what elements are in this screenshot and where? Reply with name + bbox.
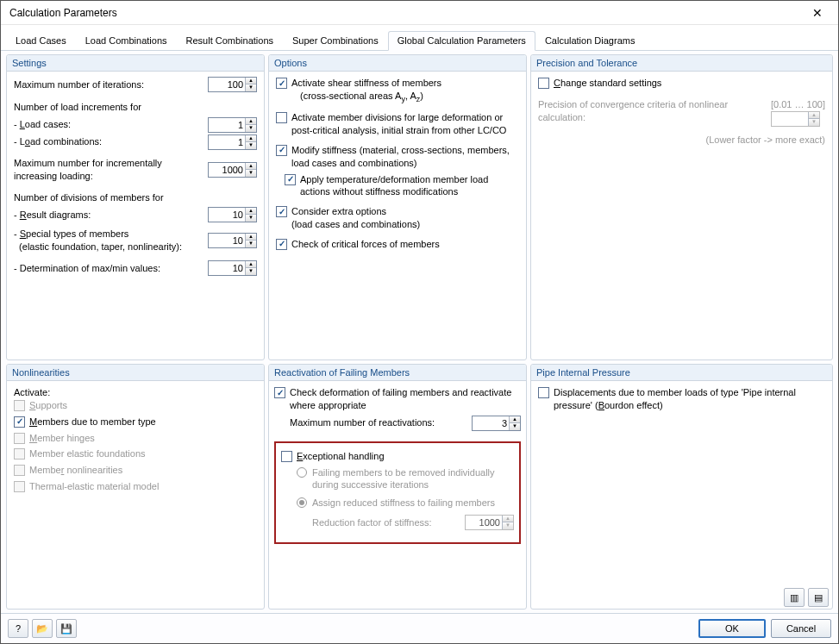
checkbox-icon[interactable] [276,145,287,156]
res-diag-input[interactable] [209,208,245,222]
toolbar-icon-2[interactable]: ▤ [808,588,829,607]
chk-exceptional[interactable]: Exceptional handling [281,450,514,463]
tab-result-combinations[interactable]: Result Combinations [177,31,284,51]
chk-modify-stiffness[interactable]: Modify stiffness (material, cross-sectio… [276,144,519,170]
radio-assign-label: Assign reduced stiffness to failing memb… [312,497,495,510]
radio-remove-individually: Failing members to be removed individual… [297,466,514,492]
spinner-down-icon[interactable]: ▼ [246,84,256,91]
load-cases-input[interactable] [209,118,245,132]
max-iter-input[interactable] [209,78,245,91]
spec-types-input[interactable] [209,234,245,247]
tab-load-combinations[interactable]: Load Combinations [76,31,177,51]
checkbox-icon[interactable] [274,387,285,398]
radio-icon [297,497,307,508]
spec-types-spinner[interactable]: ▲▼ [208,233,257,248]
radio-icon [297,467,307,478]
tab-calc-diagrams[interactable]: Calculation Diagrams [535,31,645,51]
max-iter-spinner[interactable]: ▲▼ [208,77,257,92]
cancel-button[interactable]: Cancel [771,619,831,638]
spinner-up-icon[interactable]: ▲ [246,208,256,215]
spinner-down-icon: ▼ [503,522,513,529]
panel-options: Options Activate shear stiffness of memb… [268,54,527,360]
chk-member-divisions[interactable]: Activate member divisions for large defo… [276,111,519,137]
checkbox-icon[interactable] [281,451,292,462]
checkbox-icon [14,448,25,460]
titlebar: Calculation Parameters ✕ [1,1,838,25]
panel-settings: Settings Maximum number of iterations: ▲… [6,54,265,360]
panel-head-options: Options [269,55,526,72]
dialog-window: Calculation Parameters ✕ Load Cases Load… [0,0,839,644]
spinner-up-icon[interactable]: ▲ [246,118,256,125]
load-comb-input[interactable] [209,135,245,149]
res-diag-spinner[interactable]: ▲▼ [208,207,257,222]
reduction-spinner: ▲▼ [465,515,514,530]
spinner-down-icon[interactable]: ▼ [246,268,256,275]
checkbox-icon[interactable] [285,174,296,185]
max-incr-spinner[interactable]: ▲▼ [208,162,257,178]
reduction-input [466,516,502,529]
load-comb-spinner[interactable]: ▲▼ [208,134,257,150]
spinner-up-icon[interactable]: ▲ [246,135,256,142]
checkbox-icon[interactable] [14,416,25,428]
panel-head-pipe: Pipe Internal Pressure [531,365,832,381]
checkbox-icon[interactable] [538,78,549,89]
max-iter-label: Maximum number of iterations: [14,78,203,91]
chk-critical-forces[interactable]: Check of critical forces of members [276,238,519,251]
chk-hinges: Member hinges [14,432,257,445]
spinner-up-icon[interactable]: ▲ [246,261,256,268]
highlighted-section: Exceptional handling Failing members to … [274,441,521,544]
chk-elastic-found: Member elastic foundations [14,447,257,460]
max-incr-input[interactable] [209,163,245,177]
help-icon[interactable]: ? [8,619,28,638]
toolbar-icon-1[interactable]: ▥ [784,588,805,607]
det-label: - Determination of max/min values: [14,262,203,275]
spinner-down-icon[interactable]: ▼ [246,125,256,132]
chk-thermal: Thermal-elastic material model [14,480,257,493]
checkbox-icon[interactable] [276,78,287,89]
spinner-down-icon[interactable]: ▼ [246,241,256,247]
tab-bar: Load Cases Load Combinations Result Comb… [1,25,838,51]
tab-load-cases[interactable]: Load Cases [6,31,76,51]
det-input[interactable] [209,261,245,275]
chk-change-settings[interactable]: Change standard settings [538,77,825,90]
max-react-label: Maximum number of reactivations: [290,416,466,429]
panel-nonlinearities: Nonlinearities Activate: Supports Member… [6,364,265,610]
chk-apply-temp[interactable]: Apply temperature/deformation member loa… [285,173,519,199]
reduction-label: Reduction factor of stiffness: [312,516,460,529]
open-icon[interactable]: 📂 [32,619,53,638]
footer: ? 📂 💾 OK Cancel [1,613,838,643]
det-spinner[interactable]: ▲▼ [208,260,257,276]
max-react-input[interactable] [473,416,509,430]
checkbox-icon[interactable] [276,239,287,250]
panel-head-react: Reactivation of Failing Members [269,365,526,381]
checkbox-icon[interactable] [538,387,549,398]
spinner-up-icon[interactable]: ▲ [246,78,256,84]
chk-members-type[interactable]: Members due to member type [14,416,257,428]
panel-head-nonlin: Nonlinearities [7,365,264,381]
checkbox-icon [14,400,25,411]
radio-assign-reduced: Assign reduced stiffness to failing memb… [297,497,514,510]
checkbox-icon[interactable] [276,206,287,217]
spinner-up-icon[interactable]: ▲ [510,416,520,423]
chk-displacements[interactable]: Displacements due to member loads of typ… [538,386,825,412]
max-incr-label: Maximum number for incrementallyincreasi… [14,157,203,183]
spinner-up-icon[interactable]: ▲ [246,234,256,241]
close-icon[interactable]: ✕ [802,3,833,22]
load-cases-spinner[interactable]: ▲▼ [208,117,257,133]
chk-check-deformation[interactable]: Check deformation of failing members and… [274,386,521,412]
spinner-down-icon[interactable]: ▼ [510,423,520,430]
spinner-down-icon[interactable]: ▼ [246,215,256,222]
ok-button[interactable]: OK [698,619,766,638]
tab-super-combinations[interactable]: Super Combinations [283,31,388,51]
chk-extra-options[interactable]: Consider extra options(load cases and co… [276,205,519,231]
spinner-up-icon[interactable]: ▲ [246,163,256,170]
spinner-down-icon[interactable]: ▼ [246,170,256,177]
chk-shear-stiffness[interactable]: Activate shear stiffness of members(cros… [276,77,519,104]
tab-global-calc-params[interactable]: Global Calculation Parameters [388,31,535,51]
checkbox-icon[interactable] [276,112,287,123]
save-icon[interactable]: 💾 [56,619,77,638]
max-react-spinner[interactable]: ▲▼ [472,416,521,431]
spinner-down-icon[interactable]: ▼ [246,142,256,149]
load-comb-label: ad combinations: [30,136,102,147]
spinner-up-icon: ▲ [503,516,513,522]
